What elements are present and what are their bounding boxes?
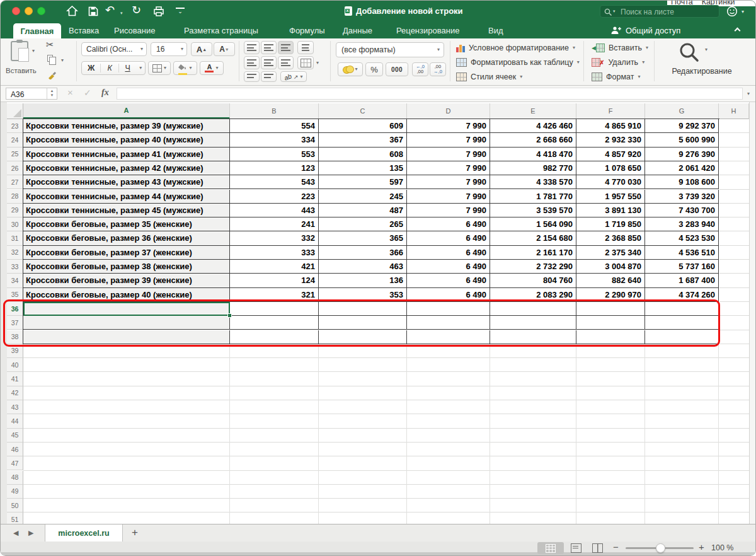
prev-sheet-arrow[interactable]: ◀ — [13, 529, 18, 537]
cell-B26[interactable]: 123 — [230, 161, 319, 175]
cell-E23[interactable]: 4 426 460 — [490, 119, 576, 133]
decrease-indent-button[interactable] — [244, 71, 260, 82]
collapse-ribbon-chevron[interactable] — [735, 28, 741, 34]
search-scope-caret[interactable]: ▾ — [613, 9, 616, 14]
cell-B25[interactable]: 553 — [230, 148, 319, 161]
row-header-38[interactable]: 38 — [7, 330, 23, 344]
cell-F24[interactable]: 2 932 330 — [576, 133, 645, 147]
align-center-button[interactable] — [261, 56, 277, 69]
cell-C23[interactable]: 609 — [319, 119, 407, 133]
cell-F34[interactable]: 882 640 — [576, 274, 645, 287]
row-header-25[interactable]: 25 — [7, 148, 23, 161]
cell-C27[interactable]: 597 — [319, 175, 407, 189]
tab-risovanie[interactable]: Рисование — [114, 26, 155, 35]
wrap-text-button[interactable] — [297, 41, 314, 54]
column-header-B[interactable]: B — [230, 103, 319, 119]
page-layout-view-button[interactable] — [571, 543, 581, 555]
row-header-51[interactable]: 51 — [7, 513, 23, 524]
paste-dropdown-caret[interactable]: ▾ — [32, 49, 35, 54]
cancel-entry-icon[interactable]: × — [67, 87, 73, 98]
cell-A34[interactable]: Кроссовки беговые, размер 39 (женские) — [23, 274, 230, 287]
cell-D38[interactable] — [407, 330, 490, 344]
row-header-50[interactable]: 50 — [7, 499, 23, 513]
cell-F36[interactable] — [576, 302, 645, 316]
sheet-tab-active[interactable]: microexcel.ru — [45, 524, 123, 542]
copy-dropdown-caret[interactable]: ▾ — [61, 58, 64, 63]
row-header-30[interactable]: 30 — [7, 217, 23, 231]
underline-button[interactable]: Ч — [118, 64, 136, 72]
cut-icon[interactable]: ✂ — [46, 39, 54, 50]
cell-D32[interactable]: 6 490 — [407, 246, 490, 260]
merge-center-button[interactable] — [297, 56, 314, 69]
zoom-slider-thumb[interactable] — [656, 543, 665, 553]
row-header-32[interactable]: 32 — [7, 246, 23, 260]
font-color-button[interactable]: А ▾ — [200, 61, 224, 75]
page-break-view-button[interactable] — [592, 543, 603, 555]
vertical-scrollbar[interactable] — [749, 102, 756, 524]
formula-bar-expand-caret[interactable]: ▾ — [747, 91, 750, 96]
cell-A29[interactable]: Кроссовки теннисные, размер 45 (мужские) — [23, 204, 230, 217]
cell-G38[interactable] — [645, 330, 719, 344]
cell-C32[interactable]: 366 — [319, 246, 407, 260]
cell-C37[interactable] — [319, 316, 407, 330]
insert-function-icon[interactable]: fx — [101, 88, 109, 98]
column-header-A[interactable]: A — [23, 103, 230, 119]
conditional-formatting-button[interactable]: Условное форматирование▾ — [456, 42, 588, 54]
fill-color-button[interactable]: ▾ — [173, 61, 197, 75]
cell-D33[interactable]: 6 490 — [407, 260, 490, 274]
format-as-table-button[interactable]: Форматировать как таблицу▾ — [456, 57, 592, 68]
font-size-select[interactable]: 16 ▾ — [151, 42, 187, 56]
cell-A35[interactable]: Кроссовки беговые, размер 40 (женские) — [23, 288, 230, 302]
confirm-entry-icon[interactable]: ✓ — [84, 88, 91, 98]
row-header-28[interactable]: 28 — [7, 190, 23, 204]
align-top-button[interactable] — [244, 41, 260, 54]
cell-E30[interactable]: 1 564 090 — [490, 217, 576, 231]
tab-glavnaya[interactable]: Главная — [13, 23, 61, 38]
cell-D29[interactable]: 7 990 — [407, 204, 490, 217]
tab-razmetka-stranicy[interactable]: Разметка страницы — [184, 26, 258, 35]
smiley-dropdown-caret[interactable]: ▾ — [742, 9, 744, 14]
cell-F23[interactable]: 4 865 910 — [576, 119, 645, 133]
cell-C28[interactable]: 245 — [319, 190, 407, 204]
cell-C31[interactable]: 365 — [319, 231, 407, 245]
zoom-out-button[interactable]: − — [613, 542, 619, 552]
row-header-36[interactable]: 36 — [7, 302, 23, 316]
cell-C25[interactable]: 608 — [319, 148, 407, 161]
undo-icon[interactable]: ↶ — [105, 4, 115, 16]
align-left-button[interactable] — [244, 56, 260, 69]
shrink-font-button[interactable]: A▼ — [214, 42, 235, 56]
cell-F38[interactable] — [576, 330, 645, 344]
cell-E25[interactable]: 4 418 470 — [490, 148, 576, 161]
normal-view-button[interactable] — [537, 542, 564, 554]
cell-A36[interactable] — [23, 302, 230, 316]
cell-B27[interactable]: 543 — [230, 175, 319, 189]
cell-F27[interactable]: 4 770 030 — [576, 175, 645, 189]
cell-G27[interactable]: 9 108 600 — [645, 175, 719, 189]
column-header-G[interactable]: G — [645, 103, 719, 119]
row-header-35[interactable]: 35 — [7, 288, 23, 302]
format-painter-icon[interactable] — [47, 70, 57, 82]
font-name-select[interactable]: Calibri (Осн... ▾ — [81, 42, 147, 56]
cell-A37[interactable] — [23, 316, 230, 330]
tab-formuly[interactable]: Формулы — [289, 26, 325, 35]
percent-style-button[interactable]: % — [365, 62, 383, 76]
zoom-level[interactable]: 100 % — [711, 543, 733, 552]
cell-C38[interactable] — [319, 330, 407, 344]
cell-F30[interactable]: 1 719 850 — [576, 217, 645, 231]
row-header-40[interactable]: 40 — [7, 358, 23, 372]
cell-E34[interactable]: 804 760 — [490, 274, 576, 287]
cell-C34[interactable]: 136 — [319, 274, 407, 287]
cell-C35[interactable]: 353 — [319, 288, 407, 302]
cell-D28[interactable]: 7 990 — [407, 190, 490, 204]
cell-C29[interactable]: 487 — [319, 204, 407, 217]
cell-D24[interactable]: 7 990 — [407, 133, 490, 147]
cell-F32[interactable]: 2 375 340 — [576, 246, 645, 260]
row-header-26[interactable]: 26 — [7, 161, 23, 175]
merge-dropdown-caret[interactable]: ▾ — [316, 61, 319, 66]
copy-icon[interactable] — [47, 55, 53, 62]
cell-G30[interactable]: 3 283 940 — [645, 217, 719, 231]
undo-dropdown-caret[interactable]: ▾ — [120, 11, 123, 16]
cell-G23[interactable]: 9 292 370 — [645, 119, 719, 133]
cell-A31[interactable]: Кроссовки беговые, размер 36 (женские) — [23, 231, 230, 245]
cell-D31[interactable]: 6 490 — [407, 231, 490, 245]
